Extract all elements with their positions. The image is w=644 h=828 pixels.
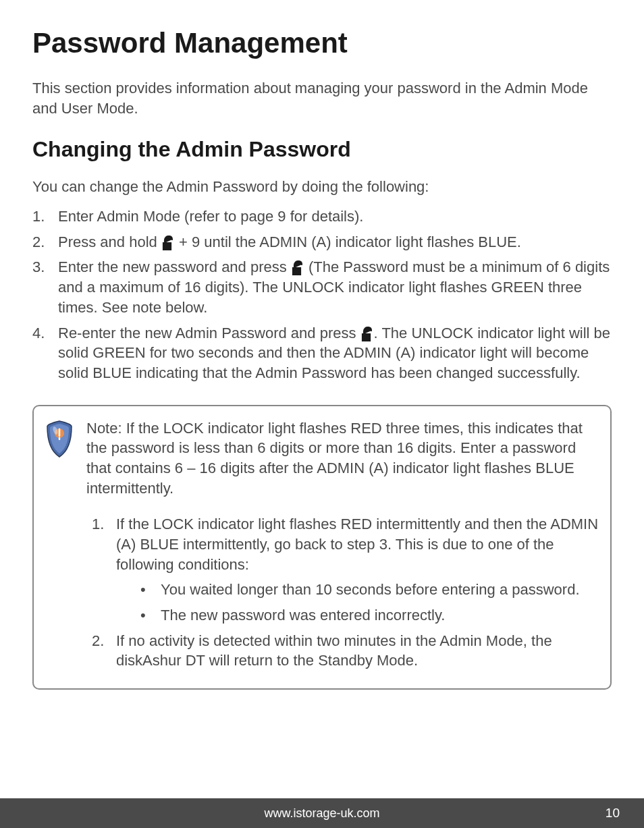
note-item-1-text: If the LOCK indicator light flashes RED … <box>116 516 598 572</box>
svg-rect-2 <box>363 334 370 341</box>
steps-list: Enter Admin Mode (refer to page 9 for de… <box>32 206 612 383</box>
step-3-text-a: Enter the new password and press <box>58 258 291 275</box>
note-bullet-2: The new password was entered incorrectly… <box>140 605 599 626</box>
unlock-icon <box>161 236 175 250</box>
note-box: Note: If the LOCK indicator light flashe… <box>32 405 612 690</box>
note-list: If the LOCK indicator light flashes RED … <box>86 514 599 671</box>
note-bullet-1: You waited longer than 10 seconds before… <box>140 580 599 600</box>
note-text: Note: If the LOCK indicator light flashe… <box>86 418 599 499</box>
svg-rect-0 <box>163 243 171 250</box>
unlock-icon <box>360 327 374 341</box>
step-4: Re-enter the new Admin Password and pres… <box>32 323 612 383</box>
step-2-text-b: + 9 until the ADMIN (A) indicator light … <box>175 233 521 250</box>
unlock-icon <box>291 260 304 275</box>
warning-shield-icon <box>43 420 76 459</box>
note-item-2: If no activity is detected within two mi… <box>92 631 599 671</box>
step-2-text-a: Press and hold <box>58 233 161 250</box>
step-1: Enter Admin Mode (refer to page 9 for de… <box>32 206 612 227</box>
svg-rect-1 <box>293 268 300 275</box>
note-item-1: If the LOCK indicator light flashes RED … <box>92 514 599 625</box>
note-bullet-list: You waited longer than 10 seconds before… <box>116 580 599 625</box>
lead-paragraph: You can change the Admin Password by doi… <box>32 177 612 197</box>
footer-url: www.istorage-uk.com <box>264 806 379 821</box>
step-2: Press and hold + 9 until the ADMIN (A) i… <box>32 232 612 252</box>
page-footer: www.istorage-uk.com 10 <box>0 798 644 828</box>
page-number: 10 <box>606 806 620 821</box>
intro-paragraph: This section provides information about … <box>32 78 612 118</box>
page-title: Password Management <box>32 27 612 59</box>
step-4-text-a: Re-enter the new Admin Password and pres… <box>58 325 360 341</box>
step-3: Enter the new password and press (The Pa… <box>32 257 612 317</box>
section-heading: Changing the Admin Password <box>32 137 612 162</box>
